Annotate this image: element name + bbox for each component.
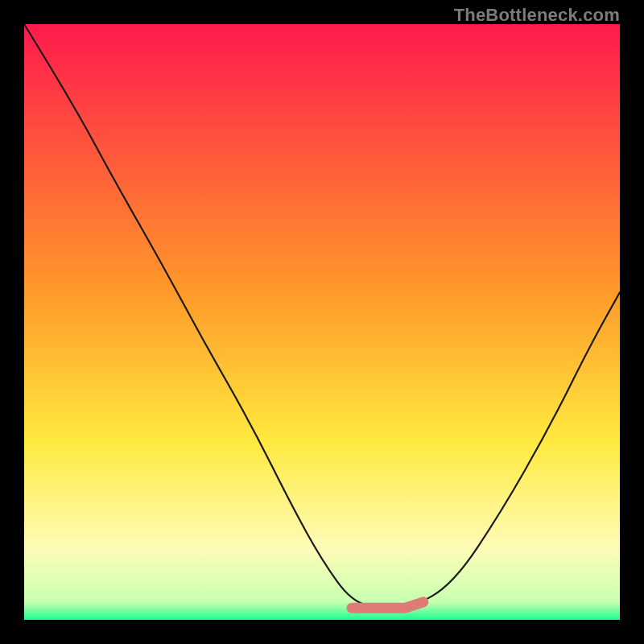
watermark-text: TheBottleneck.com: [454, 5, 620, 26]
plot-area: [24, 24, 620, 620]
svg-rect-0: [24, 24, 620, 620]
gradient-background: [24, 24, 620, 620]
chart-root: TheBottleneck.com: [0, 0, 644, 644]
